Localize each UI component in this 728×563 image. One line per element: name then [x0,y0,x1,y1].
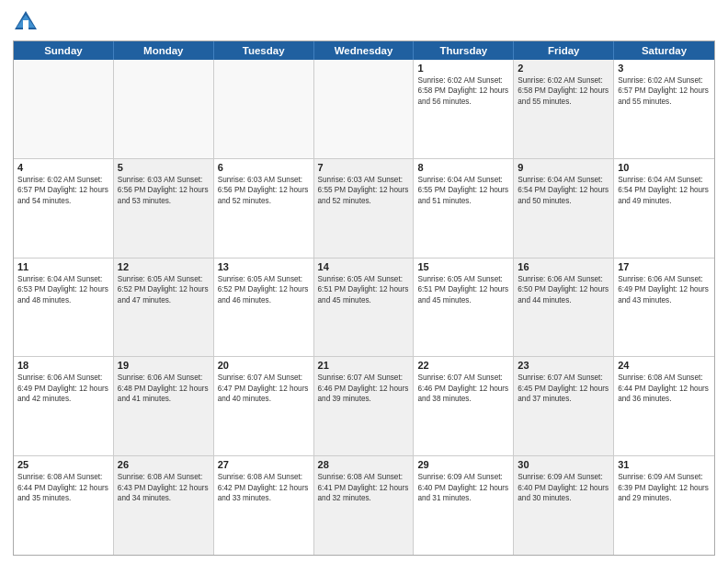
day-number: 14 [318,261,410,272]
cal-cell: 16Sunrise: 6:06 AM Sunset: 6:50 PM Dayli… [514,259,614,357]
cell-info: Sunrise: 6:02 AM Sunset: 6:57 PM Dayligh… [17,175,109,206]
cell-info: Sunrise: 6:08 AM Sunset: 6:44 PM Dayligh… [618,373,711,404]
day-number: 11 [17,261,109,272]
cell-info: Sunrise: 6:03 AM Sunset: 6:56 PM Dayligh… [118,175,210,206]
page: SundayMondayTuesdayWednesdayThursdayFrid… [0,0,728,563]
cal-cell: 3Sunrise: 6:02 AM Sunset: 6:57 PM Daylig… [614,60,714,158]
day-number: 28 [318,459,410,470]
day-header-tuesday: Tuesday [214,41,314,60]
day-number: 21 [318,360,410,371]
cell-info: Sunrise: 6:06 AM Sunset: 6:49 PM Dayligh… [17,373,109,404]
week-row-3: 11Sunrise: 6:04 AM Sunset: 6:53 PM Dayli… [14,259,714,358]
cal-cell: 11Sunrise: 6:04 AM Sunset: 6:53 PM Dayli… [14,259,114,357]
day-number: 4 [17,162,109,173]
day-number: 7 [318,162,410,173]
day-number: 12 [118,261,210,272]
cal-cell: 23Sunrise: 6:07 AM Sunset: 6:45 PM Dayli… [514,357,614,455]
cell-info: Sunrise: 6:09 AM Sunset: 6:40 PM Dayligh… [518,472,609,503]
cell-info: Sunrise: 6:04 AM Sunset: 6:54 PM Dayligh… [518,175,609,206]
day-number: 25 [17,459,109,470]
calendar-body: 1Sunrise: 6:02 AM Sunset: 6:58 PM Daylig… [14,60,714,555]
cell-info: Sunrise: 6:02 AM Sunset: 6:58 PM Dayligh… [417,75,509,107]
cal-cell: 5Sunrise: 6:03 AM Sunset: 6:56 PM Daylig… [114,159,214,258]
cal-cell [14,60,114,158]
day-number: 15 [417,261,509,272]
cal-cell [314,60,415,158]
cal-cell: 4Sunrise: 6:02 AM Sunset: 6:57 PM Daylig… [14,159,114,258]
cell-info: Sunrise: 6:07 AM Sunset: 6:46 PM Dayligh… [417,373,509,404]
day-header-thursday: Thursday [414,41,514,60]
day-number: 20 [218,360,310,371]
day-header-saturday: Saturday [614,41,714,60]
cell-info: Sunrise: 6:09 AM Sunset: 6:40 PM Dayligh… [417,472,509,503]
cal-cell: 9Sunrise: 6:04 AM Sunset: 6:54 PM Daylig… [514,159,614,258]
day-number: 1 [417,63,509,74]
cell-info: Sunrise: 6:03 AM Sunset: 6:56 PM Dayligh… [218,175,310,206]
day-number: 5 [118,162,210,173]
calendar-header-row: SundayMondayTuesdayWednesdayThursdayFrid… [14,41,714,60]
day-header-wednesday: Wednesday [314,41,415,60]
day-number: 19 [118,360,210,371]
cell-info: Sunrise: 6:08 AM Sunset: 6:41 PM Dayligh… [318,472,410,503]
logo [13,9,42,35]
day-number: 30 [518,459,609,470]
cal-cell: 14Sunrise: 6:05 AM Sunset: 6:51 PM Dayli… [314,259,415,357]
day-number: 17 [618,261,711,272]
cal-cell: 19Sunrise: 6:06 AM Sunset: 6:48 PM Dayli… [114,357,214,455]
cal-cell: 28Sunrise: 6:08 AM Sunset: 6:41 PM Dayli… [314,456,415,555]
day-number: 6 [218,162,310,173]
day-number: 29 [417,459,509,470]
day-number: 23 [518,360,609,371]
cal-cell: 26Sunrise: 6:08 AM Sunset: 6:43 PM Dayli… [114,456,214,555]
header [13,9,715,35]
cal-cell: 12Sunrise: 6:05 AM Sunset: 6:52 PM Dayli… [114,259,214,357]
cal-cell [114,60,214,158]
cell-info: Sunrise: 6:05 AM Sunset: 6:52 PM Dayligh… [218,274,310,305]
cal-cell: 8Sunrise: 6:04 AM Sunset: 6:55 PM Daylig… [414,159,514,258]
svg-rect-2 [23,20,28,29]
cell-info: Sunrise: 6:04 AM Sunset: 6:55 PM Dayligh… [417,175,509,206]
week-row-5: 25Sunrise: 6:08 AM Sunset: 6:44 PM Dayli… [14,456,714,555]
cal-cell: 25Sunrise: 6:08 AM Sunset: 6:44 PM Dayli… [14,456,114,555]
day-number: 16 [518,261,609,272]
day-number: 10 [618,162,711,173]
day-number: 27 [218,459,310,470]
cell-info: Sunrise: 6:08 AM Sunset: 6:42 PM Dayligh… [218,472,310,503]
cal-cell: 22Sunrise: 6:07 AM Sunset: 6:46 PM Dayli… [414,357,514,455]
cal-cell: 24Sunrise: 6:08 AM Sunset: 6:44 PM Dayli… [614,357,714,455]
day-number: 2 [518,63,609,74]
cal-cell: 13Sunrise: 6:05 AM Sunset: 6:52 PM Dayli… [214,259,314,357]
cell-info: Sunrise: 6:04 AM Sunset: 6:54 PM Dayligh… [618,175,711,206]
day-number: 3 [618,63,711,74]
cell-info: Sunrise: 6:08 AM Sunset: 6:44 PM Dayligh… [17,472,109,503]
day-number: 9 [518,162,609,173]
cal-cell: 6Sunrise: 6:03 AM Sunset: 6:56 PM Daylig… [214,159,314,258]
cal-cell [214,60,314,158]
cal-cell: 29Sunrise: 6:09 AM Sunset: 6:40 PM Dayli… [414,456,514,555]
cal-cell: 7Sunrise: 6:03 AM Sunset: 6:55 PM Daylig… [314,159,415,258]
calendar: SundayMondayTuesdayWednesdayThursdayFrid… [13,40,715,556]
cal-cell: 30Sunrise: 6:09 AM Sunset: 6:40 PM Dayli… [514,456,614,555]
day-number: 22 [417,360,509,371]
day-number: 13 [218,261,310,272]
cell-info: Sunrise: 6:03 AM Sunset: 6:55 PM Dayligh… [318,175,410,206]
day-header-monday: Monday [114,41,214,60]
cell-info: Sunrise: 6:02 AM Sunset: 6:57 PM Dayligh… [618,75,711,107]
week-row-4: 18Sunrise: 6:06 AM Sunset: 6:49 PM Dayli… [14,357,714,456]
cell-info: Sunrise: 6:07 AM Sunset: 6:46 PM Dayligh… [318,373,410,404]
cell-info: Sunrise: 6:02 AM Sunset: 6:58 PM Dayligh… [518,75,609,107]
cell-info: Sunrise: 6:04 AM Sunset: 6:53 PM Dayligh… [17,274,109,305]
cell-info: Sunrise: 6:07 AM Sunset: 6:45 PM Dayligh… [518,373,609,404]
cal-cell: 20Sunrise: 6:07 AM Sunset: 6:47 PM Dayli… [214,357,314,455]
cell-info: Sunrise: 6:06 AM Sunset: 6:49 PM Dayligh… [618,274,711,305]
cal-cell: 21Sunrise: 6:07 AM Sunset: 6:46 PM Dayli… [314,357,415,455]
cal-cell: 2Sunrise: 6:02 AM Sunset: 6:58 PM Daylig… [514,60,614,158]
day-number: 31 [618,459,711,470]
cal-cell: 17Sunrise: 6:06 AM Sunset: 6:49 PM Dayli… [614,259,714,357]
cal-cell: 1Sunrise: 6:02 AM Sunset: 6:58 PM Daylig… [414,60,514,158]
cell-info: Sunrise: 6:08 AM Sunset: 6:43 PM Dayligh… [118,472,210,503]
day-header-friday: Friday [514,41,614,60]
day-number: 26 [118,459,210,470]
cell-info: Sunrise: 6:05 AM Sunset: 6:52 PM Dayligh… [118,274,210,305]
cell-info: Sunrise: 6:06 AM Sunset: 6:48 PM Dayligh… [118,373,210,404]
